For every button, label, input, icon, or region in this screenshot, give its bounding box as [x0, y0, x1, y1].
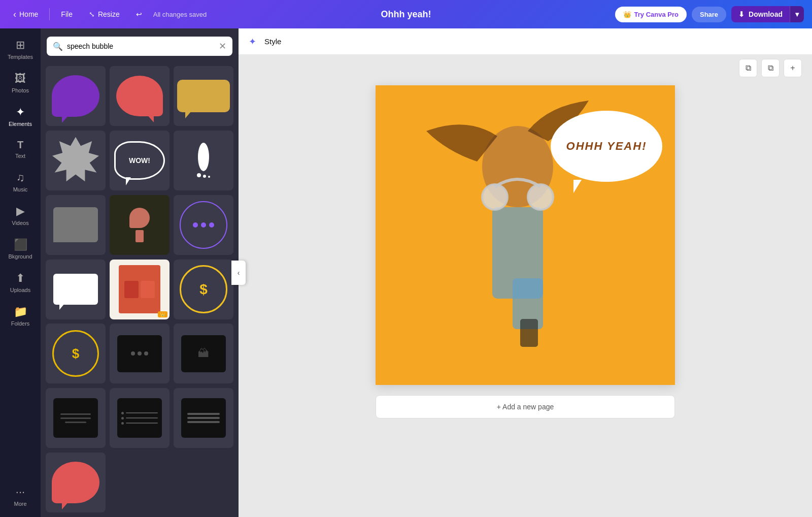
- sidebar: ⊞ Templates 🖼 Photos ✦ Elements T Text ♫…: [0, 28, 41, 517]
- sidebar-item-music[interactable]: ♫ Music: [3, 166, 38, 198]
- promo-shape: [119, 265, 161, 313]
- sidebar-item-uploads[interactable]: ⬆ Uploads: [3, 267, 38, 298]
- autosave-status: All changes saved: [153, 11, 207, 18]
- cloud-dots: [197, 173, 210, 178]
- sidebar-item-more[interactable]: ··· More: [3, 480, 38, 512]
- pro-label: Try Canva Pro: [634, 11, 679, 18]
- speech-bubble-tail: [573, 180, 582, 193]
- download-label: Download: [749, 10, 783, 18]
- resize-button[interactable]: ⤡ Resize: [84, 7, 125, 21]
- copy-button[interactable]: ⧉: [761, 59, 780, 77]
- list-item[interactable]: [46, 195, 106, 255]
- download-button[interactable]: ⬇ Download: [731, 6, 790, 22]
- bubble-dollar-yellow-shape: $: [180, 265, 227, 313]
- sidebar-item-videos[interactable]: ▶ Videos: [3, 200, 38, 231]
- canvas[interactable]: OHHH YEAH!: [376, 85, 675, 385]
- bubble-white-rect-shape: [53, 274, 97, 305]
- bubble-tail: [59, 304, 64, 310]
- list-bullet: [121, 422, 124, 425]
- list-item[interactable]: [174, 66, 233, 126]
- resize-icon: ⤡: [89, 10, 95, 18]
- list-item[interactable]: $: [174, 260, 233, 319]
- file-button[interactable]: File: [56, 7, 78, 21]
- list-item[interactable]: [174, 131, 233, 190]
- list-item[interactable]: 🏔: [174, 324, 233, 383]
- canvas-toolbar: ⧉ ⧉ +: [739, 59, 802, 77]
- sidebar-item-text[interactable]: T Text: [3, 134, 38, 164]
- add-page: + Add a new page: [376, 395, 675, 418]
- topbar-left: ‹ Home File ⤡ Resize ↩ All changes saved: [8, 6, 207, 23]
- folders-label: Folders: [11, 320, 30, 327]
- list-item[interactable]: [110, 195, 170, 255]
- resize-label: Resize: [98, 10, 120, 18]
- bubble-black-lines-shape: [53, 398, 97, 438]
- add-button[interactable]: +: [784, 59, 802, 77]
- list-item[interactable]: 👑: [110, 260, 170, 319]
- list-item[interactable]: $: [46, 324, 106, 383]
- line: [187, 417, 220, 419]
- bubble-spiky-shape: [52, 137, 99, 184]
- home-button[interactable]: ‹ Home: [8, 6, 43, 23]
- list-item[interactable]: [174, 195, 233, 255]
- sidebar-item-elements[interactable]: ✦ Elements: [3, 101, 38, 132]
- photos-label: Photos: [12, 87, 29, 93]
- share-button[interactable]: Share: [692, 7, 726, 22]
- frame-icon: ⧉: [746, 63, 751, 73]
- line: [187, 413, 220, 415]
- sidebar-item-templates[interactable]: ⊞ Templates: [3, 34, 38, 65]
- elements-grid: WOW!: [41, 62, 239, 517]
- list-item[interactable]: [46, 131, 106, 190]
- search-clear-button[interactable]: ✕: [219, 41, 226, 52]
- list-item[interactable]: [46, 453, 106, 512]
- list-row: [121, 417, 157, 419]
- try-pro-button[interactable]: 👑 Try Canva Pro: [615, 7, 687, 22]
- bubble-red-circle-shape: [52, 462, 99, 504]
- bubble-black-list-shape: [117, 398, 161, 438]
- canvas-wrap: OHHH YEAH! + Add a new page: [376, 85, 675, 418]
- add-page-button[interactable]: + Add a new page: [376, 395, 675, 418]
- list-row: [121, 422, 157, 425]
- list-item[interactable]: [46, 66, 106, 126]
- download-dropdown-button[interactable]: ▾: [790, 6, 804, 22]
- photos-icon: 🖼: [15, 72, 26, 85]
- list-item[interactable]: [110, 388, 170, 448]
- svg-rect-3: [520, 319, 538, 347]
- more-label: More: [14, 501, 26, 507]
- music-label: Music: [13, 186, 28, 192]
- dollar-sign: $: [199, 281, 208, 298]
- bubble-wow-shape: WOW!: [114, 141, 164, 180]
- bubble-purple-shape: [52, 75, 99, 117]
- download-group: ⬇ Download ▾: [731, 6, 804, 22]
- background-icon: ⬛: [14, 238, 27, 251]
- sidebar-item-background[interactable]: ⬛ Bkground: [3, 233, 38, 265]
- list-bullet: [121, 412, 124, 414]
- search-input[interactable]: [67, 42, 215, 50]
- list-item[interactable]: WOW!: [110, 131, 170, 190]
- dot: [131, 351, 135, 356]
- dot: [138, 351, 142, 356]
- main-layout: ⊞ Templates 🖼 Photos ✦ Elements T Text ♫…: [0, 28, 812, 517]
- hide-panel-button[interactable]: ‹: [231, 261, 246, 285]
- bubble-red-shape: [116, 76, 163, 116]
- list-item[interactable]: [46, 388, 106, 448]
- search-bar: 🔍 ✕: [41, 28, 239, 62]
- plus-icon: +: [790, 63, 795, 73]
- list-item[interactable]: [110, 324, 170, 383]
- list-item[interactable]: [174, 388, 233, 448]
- undo-button[interactable]: ↩: [131, 7, 147, 21]
- dot: [193, 222, 198, 228]
- sidebar-item-photos[interactable]: 🖼 Photos: [3, 67, 38, 99]
- line: [60, 417, 91, 419]
- speech-bubble[interactable]: OHHH YEAH!: [551, 111, 662, 182]
- cloud-dot: [208, 176, 210, 178]
- videos-icon: ▶: [16, 205, 25, 218]
- style-label: Style: [264, 37, 281, 46]
- more-icon: ···: [16, 486, 25, 499]
- sidebar-item-folders[interactable]: 📁 Folders: [3, 300, 38, 332]
- list-item[interactable]: [46, 260, 106, 319]
- list-item[interactable]: [110, 66, 170, 126]
- bubble-animated-wrap: [129, 208, 150, 242]
- frame-button[interactable]: ⧉: [739, 59, 757, 77]
- background-label: Bkground: [8, 253, 32, 260]
- bubble-tail: [147, 114, 154, 122]
